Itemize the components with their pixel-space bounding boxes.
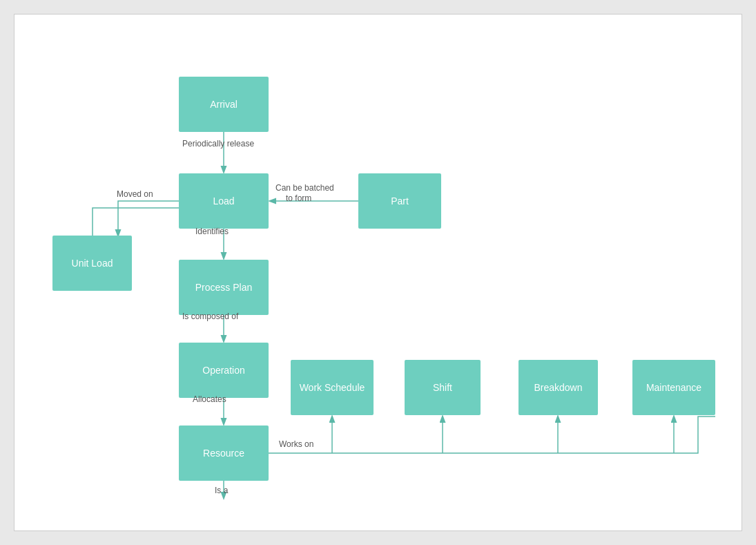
unit-load-node[interactable]: Unit Load [52,236,132,291]
load-node[interactable]: Load [179,173,269,229]
label-periodically: Periodically release [182,139,254,149]
diagram-canvas: Arrival Load Part Unit Load Process Plan… [14,14,742,531]
process-plan-node[interactable]: Process Plan [179,260,269,315]
resource-node[interactable]: Resource [179,426,269,481]
breakdown-node[interactable]: Breakdown [518,360,598,415]
operation-node[interactable]: Operation [179,343,269,398]
shift-node[interactable]: Shift [405,360,481,415]
maintenance-node[interactable]: Maintenance [632,360,715,415]
arrival-node[interactable]: Arrival [179,77,269,132]
label-allocates: Allocates [193,394,226,404]
label-works-on: Works on [279,439,313,449]
label-to-form: to form [286,193,311,203]
label-is-a: Is a [215,486,228,495]
label-moved-on: Moved on [117,189,153,199]
label-can-be-batched: Can be batched [275,183,334,193]
label-is-composed-of: Is composed of [182,312,238,321]
work-schedule-node[interactable]: Work Schedule [291,360,374,415]
label-identifies: Identifies [195,227,229,236]
part-node[interactable]: Part [358,173,441,229]
